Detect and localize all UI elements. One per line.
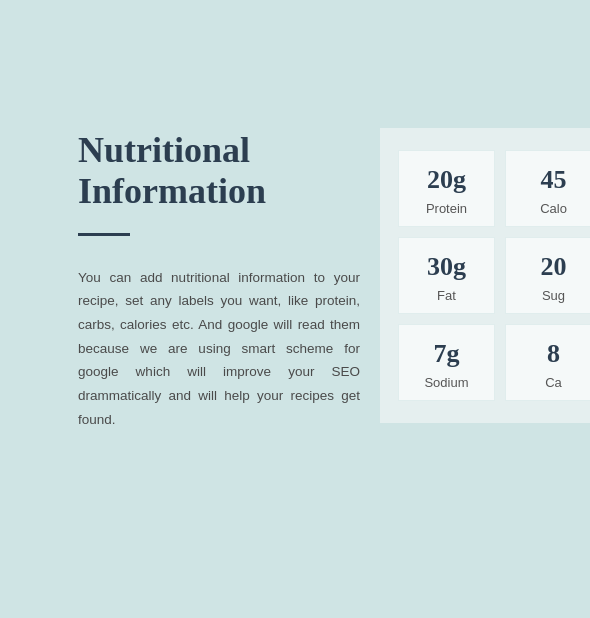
nutrient-card-sodium: 7g Sodium	[398, 324, 495, 401]
nutrient-value-ca: 8	[547, 339, 560, 369]
nutrient-card-ca: 8 Ca	[505, 324, 590, 401]
nutrient-label-protein: Protein	[426, 201, 467, 216]
page-container: Nutritional Information You can add nutr…	[0, 0, 590, 618]
nutrient-value-fat: 30g	[427, 252, 466, 282]
nutrient-value-calories: 45	[541, 165, 567, 195]
nutrient-value-protein: 20g	[427, 165, 466, 195]
nutrient-card-calories: 45 Calo	[505, 150, 590, 227]
description-text: You can add nutritional information to y…	[78, 266, 360, 431]
nutrient-card-protein: 20g Protein	[398, 150, 495, 227]
nutrient-value-sugar: 20	[541, 252, 567, 282]
nutrient-label-calories: Calo	[540, 201, 567, 216]
left-section: Nutritional Information You can add nutr…	[0, 0, 420, 471]
nutrient-label-sugar: Sug	[542, 288, 565, 303]
nutrient-card-fat: 30g Fat	[398, 237, 495, 314]
nutrient-value-sodium: 7g	[434, 339, 460, 369]
page-title: Nutritional Information	[78, 130, 360, 213]
title-divider	[78, 233, 130, 236]
nutrient-label-fat: Fat	[437, 288, 456, 303]
nutrient-label-ca: Ca	[545, 375, 562, 390]
nutrient-grid: 20g Protein 45 Calo 30g Fat 20 Sug 7g So…	[380, 128, 590, 423]
nutrient-label-sodium: Sodium	[424, 375, 468, 390]
nutrient-card-sugar: 20 Sug	[505, 237, 590, 314]
